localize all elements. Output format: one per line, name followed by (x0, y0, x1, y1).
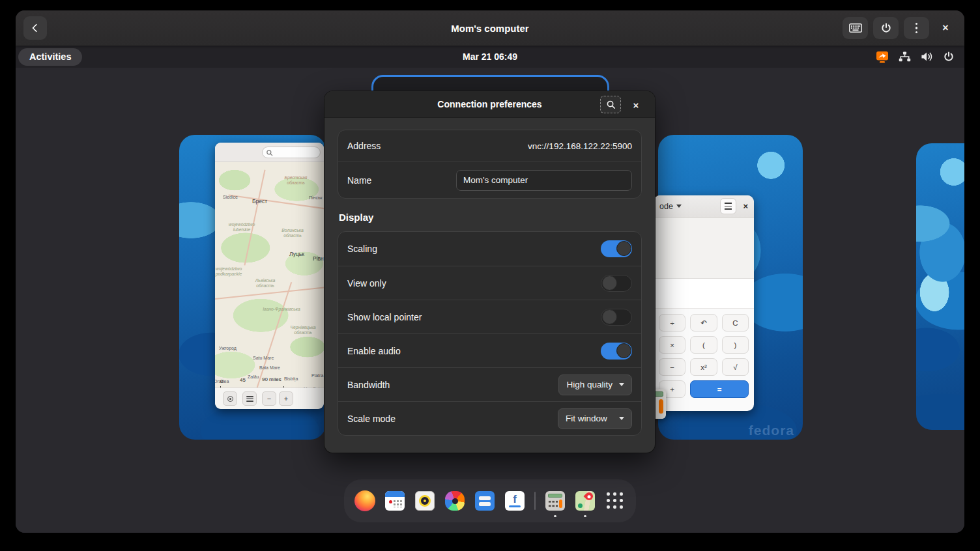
maps-toolbar: − + (215, 388, 324, 409)
keyboard-shortcuts-button[interactable] (843, 17, 868, 39)
dock-item-maps[interactable] (575, 490, 596, 511)
locate-icon (227, 396, 233, 402)
bandwidth-value: High quality (566, 380, 612, 389)
keyboard-icon (849, 23, 862, 33)
system-tray[interactable] (876, 51, 954, 63)
map-label: Чернівецька область (288, 325, 318, 335)
connections-app-window: Mom's computer × Activities Mar 21 06:49 (16, 10, 964, 533)
calc-square-button[interactable]: x² (690, 358, 717, 376)
close-icon: × (942, 23, 948, 33)
map-road (257, 282, 292, 388)
dock-item-files[interactable] (474, 490, 495, 511)
calculator-display (654, 218, 754, 279)
scaling-toggle[interactable] (601, 240, 632, 257)
gnome-shell-topbar: Activities Mar 21 06:49 (16, 46, 964, 68)
calculator-headerbar: ode × (654, 195, 754, 218)
calculator-mode-dropdown[interactable]: ode (659, 202, 682, 211)
calc-sqrt-button[interactable]: √ (722, 358, 749, 376)
toggle-knob (602, 276, 617, 290)
screen: Mom's computer × Activities Mar 21 06:49 (0, 0, 980, 551)
bandwidth-dropdown[interactable]: High quality (558, 374, 632, 395)
name-input[interactable] (456, 170, 632, 191)
calc-minus-button[interactable]: − (659, 358, 685, 376)
zoom-in-button[interactable]: + (279, 391, 293, 406)
enable-audio-toggle[interactable] (601, 343, 632, 360)
scale-mode-dropdown[interactable]: Fit window (558, 408, 632, 429)
map-label: Ужгород (219, 346, 237, 350)
layers-button[interactable] (242, 391, 257, 406)
app-headerbar: Mom's computer × (16, 10, 964, 46)
view-only-toggle[interactable] (601, 275, 632, 292)
photos-icon (445, 491, 465, 511)
map-canvas[interactable]: Брестская область Siedlce Брест Пінськ w… (215, 162, 324, 388)
dock-item-app-grid[interactable] (605, 490, 626, 511)
enable-audio-row: Enable audio (338, 333, 641, 367)
dialog-close-button[interactable]: × (627, 96, 644, 113)
dock-item-calculator[interactable] (545, 490, 566, 511)
calculator-menu-button[interactable] (720, 198, 736, 214)
search-icon (266, 149, 273, 156)
show-local-pointer-toggle[interactable] (601, 309, 632, 326)
calendar-icon (385, 491, 405, 511)
maps-search-entry[interactable] (262, 147, 321, 158)
scale-mode-value: Fit window (566, 414, 607, 423)
dock-item-firefox[interactable] (354, 490, 375, 511)
back-button[interactable] (23, 16, 47, 40)
map-label: Івано-Франківська (262, 307, 301, 312)
map-label: Львівська область (250, 278, 280, 289)
power-icon (944, 51, 954, 62)
mode-label: ode (659, 202, 673, 211)
close-icon[interactable]: × (743, 201, 748, 211)
map-label: Piatra (311, 373, 323, 378)
fedora-icon: f (505, 491, 525, 511)
calc-close-paren-button[interactable]: ) (722, 336, 749, 354)
enable-audio-label: Enable audio (347, 346, 401, 356)
dock-item-fedora[interactable]: f (504, 490, 525, 511)
dock-item-calendar[interactable] (384, 490, 405, 511)
dock-item-music[interactable] (414, 490, 435, 511)
calculator-entry[interactable] (654, 279, 754, 309)
calc-undo-button[interactable]: ↶ (690, 314, 717, 332)
map-label: Zalău (248, 374, 259, 379)
name-row: Name (338, 162, 641, 198)
calculator-window-preview[interactable]: ode × ÷ ↶ C × ( ) − x² √ + (654, 195, 754, 411)
address-row: Address vnc://192.168.122.22:5900 (338, 130, 641, 162)
name-label: Name (347, 175, 371, 186)
chevron-down-icon (676, 205, 682, 208)
locate-button[interactable] (223, 391, 237, 406)
calc-divide-button[interactable]: ÷ (659, 314, 685, 332)
map-label: Baia Mare (259, 365, 280, 370)
calc-multiply-button[interactable]: × (659, 336, 685, 354)
calc-open-paren-button[interactable]: ( (690, 336, 717, 354)
close-icon: × (633, 100, 639, 111)
dock-item-photos[interactable] (444, 490, 465, 511)
maps-window-preview[interactable]: Брестская область Siedlce Брест Пінськ w… (215, 143, 324, 409)
fedora-watermark: fedora (749, 423, 794, 438)
display-group: Scaling View only Show local pointer Ena… (338, 231, 642, 436)
shutdown-remote-button[interactable] (873, 17, 899, 39)
close-window-button[interactable]: × (934, 17, 957, 39)
show-local-pointer-label: Show local pointer (347, 312, 422, 322)
calc-clear-button[interactable]: C (722, 314, 749, 332)
scale-mid: 45 (240, 377, 246, 383)
view-only-row: View only (338, 266, 641, 300)
bandwidth-row: Bandwidth High quality (338, 367, 641, 401)
activities-button[interactable]: Activities (18, 48, 82, 66)
search-icon (606, 100, 616, 109)
dock-divider (534, 492, 536, 510)
running-indicator (584, 515, 586, 518)
scale-end: 90 miles (262, 376, 281, 382)
back-icon (31, 23, 40, 33)
clock[interactable]: Mar 21 06:49 (16, 51, 964, 62)
search-button[interactable] (600, 96, 621, 113)
dialog-headerbar: Connection preferences × (324, 91, 655, 118)
zoom-out-button[interactable]: − (262, 391, 276, 406)
toggle-knob (616, 241, 631, 256)
window-menu-button[interactable] (904, 17, 929, 39)
calc-equals-button[interactable]: = (690, 380, 749, 398)
bandwidth-label: Bandwidth (347, 380, 390, 390)
view-only-label: View only (347, 278, 386, 289)
power-icon (881, 23, 891, 33)
address-value: vnc://192.168.122.22:5900 (528, 141, 632, 151)
workspace-preview-partial[interactable] (916, 143, 964, 430)
